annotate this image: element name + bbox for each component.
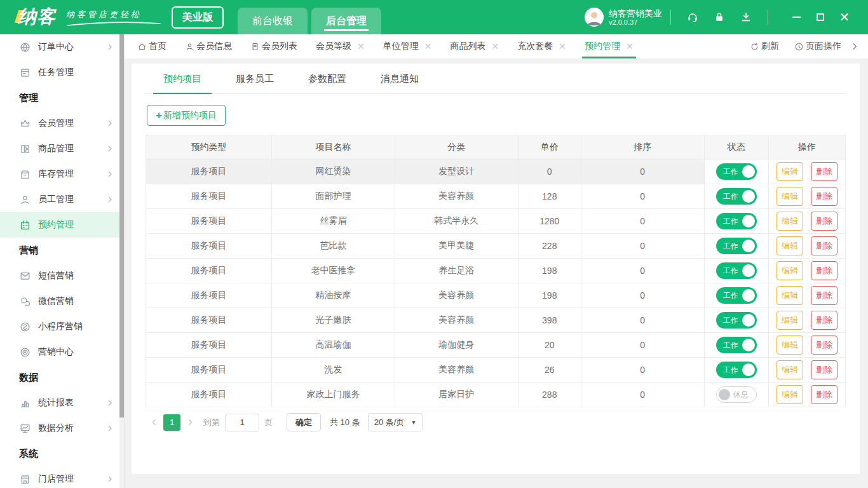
target-icon [19,346,31,358]
sidebar-item-label: 营销中心 [38,346,74,358]
sidebar-item-statistics-report[interactable]: 统计报表 [0,390,124,416]
status-toggle[interactable]: 工作 [716,188,757,205]
status-toggle[interactable]: 工作 [716,362,757,378]
sidebar-item-reservation-management[interactable]: 预约管理 [0,212,124,238]
sidebar-item-order-center[interactable]: 订单中心 [0,34,124,60]
edition-badge[interactable]: 美业版 [172,6,224,29]
status-toggle[interactable]: 工作 [716,287,757,304]
tab-close-icon[interactable]: ✕ [559,41,566,51]
page-size-select[interactable]: 20 条/页 ▼ [368,413,423,431]
refresh-icon [750,42,759,51]
user-info[interactable]: 纳客营销美业 v2.0.0.37 [609,8,662,27]
nav-tab-front-cashier[interactable]: 前台收银 [238,8,308,34]
sidebar-item-data-analysis[interactable]: 数据分析 [0,416,124,441]
delete-button[interactable]: 删除 [811,311,837,330]
edit-button[interactable]: 编辑 [776,286,803,305]
status-cell: 工作 [704,184,768,209]
tab-member-info[interactable]: 会员信息 [185,34,232,58]
sort-cell: 0 [581,333,704,358]
delete-button[interactable]: 删除 [811,261,837,280]
subtab-parameter-config[interactable]: 参数配置 [298,64,356,93]
tab-goods-list[interactable]: 商品列表 ✕ [450,34,499,58]
reservation-type-cell: 服务项目 [146,159,272,184]
close-button[interactable]: ✕ [835,8,854,27]
sidebar-item-store-management[interactable]: 门店管理 [0,466,124,488]
support-icon[interactable] [686,11,699,24]
delete-button[interactable]: 删除 [811,162,837,181]
sidebar-item-staff-management[interactable]: 员工管理 [0,187,124,212]
status-toggle[interactable]: 工作 [716,213,757,229]
sidebar-item-sms-marketing[interactable]: 短信营销 [0,263,124,288]
sort-cell: 0 [581,383,704,407]
avatar[interactable] [585,8,604,27]
add-reservation-item-button[interactable]: + 新增预约项目 [147,105,226,126]
sidebar-item-wechat-marketing[interactable]: 微信营销 [0,288,124,314]
edit-button[interactable]: 编辑 [776,187,803,206]
delete-button[interactable]: 删除 [811,187,837,206]
status-label: 工作 [723,216,738,227]
edit-button[interactable]: 编辑 [776,385,803,404]
maximize-button[interactable] [811,8,830,27]
tab-unit-management[interactable]: 单位管理 ✕ [383,34,432,58]
tab-close-icon[interactable]: ✕ [626,41,634,51]
sidebar-item-goods-management[interactable]: 商品管理 [0,136,124,161]
lock-icon[interactable] [713,11,726,24]
delete-button[interactable]: 删除 [811,236,837,255]
page-number-button[interactable]: 1 [163,414,180,431]
delete-button[interactable]: 删除 [811,336,837,355]
delete-button[interactable]: 删除 [811,286,837,305]
status-toggle[interactable]: 工作 [716,238,757,254]
tab-reservation-management[interactable]: 预约管理 ✕ [585,34,634,58]
edit-button[interactable]: 编辑 [776,212,803,231]
sidebar-item-inventory-management[interactable]: 库存管理 [0,161,124,187]
user-name: 纳客营销美业 [609,8,662,18]
sort-cell: 0 [581,159,704,184]
prev-page-button[interactable] [146,414,162,431]
delete-button[interactable]: 删除 [811,385,837,404]
delete-button[interactable]: 删除 [811,360,837,379]
edit-button[interactable]: 编辑 [776,360,803,379]
status-toggle[interactable]: 工作 [716,262,757,279]
tab-home[interactable]: 首页 [137,34,166,58]
subtab-reservation-items[interactable]: 预约项目 [153,64,212,93]
download-icon[interactable] [740,11,752,24]
sidebar-item-task-management[interactable]: 任务管理 [0,60,124,85]
tab-member-list[interactable]: 会员列表 [250,34,297,58]
sidebar-item-miniprogram-marketing[interactable]: 小程序营销 [0,314,124,339]
price-cell: 398 [518,308,581,333]
tab-member-level[interactable]: 会员等级 ✕ [316,34,365,58]
status-toggle[interactable]: 工作 [716,163,757,180]
edit-button[interactable]: 编辑 [776,261,803,280]
tab-recharge-package[interactable]: 充次套餐 ✕ [517,34,566,58]
status-toggle[interactable]: 工作 [716,312,757,329]
sidebar-scrollbar[interactable] [119,34,124,488]
edit-button[interactable]: 编辑 [776,336,803,355]
sidebar-item-member-management[interactable]: 会员管理 [0,111,124,136]
status-toggle[interactable]: 休息 [716,386,757,403]
edit-button[interactable]: 编辑 [776,162,803,181]
status-cell: 工作 [704,308,768,333]
nav-tab-backend-management[interactable]: 后台管理 [311,8,381,34]
header-divider [768,10,768,25]
goto-confirm-button[interactable]: 确定 [287,413,321,431]
tab-close-icon[interactable]: ✕ [491,41,499,51]
tab-overflow-chevron-icon[interactable] [850,42,859,51]
refresh-button[interactable]: 刷新 [750,41,779,52]
page-operations-button[interactable]: 页面操作 [794,41,841,52]
sidebar-item-marketing-center[interactable]: 营销中心 [0,339,124,365]
tab-close-icon[interactable]: ✕ [357,41,365,51]
edit-button[interactable]: 编辑 [776,311,803,330]
edit-button[interactable]: 编辑 [776,236,803,255]
sidebar-item-label: 会员管理 [38,118,74,129]
subtab-service-staff[interactable]: 服务员工 [226,64,284,93]
subtab-message-notice[interactable]: 消息通知 [370,64,429,93]
next-page-button[interactable] [182,414,198,431]
chevron-right-icon [106,424,114,432]
clock-icon [794,42,804,51]
goto-page-input[interactable] [225,414,259,431]
tab-close-icon[interactable]: ✕ [424,41,432,51]
minimize-button[interactable] [787,8,806,27]
delete-button[interactable]: 删除 [811,212,837,231]
status-toggle[interactable]: 工作 [716,337,757,353]
scrollbar-thumb[interactable] [119,34,124,417]
